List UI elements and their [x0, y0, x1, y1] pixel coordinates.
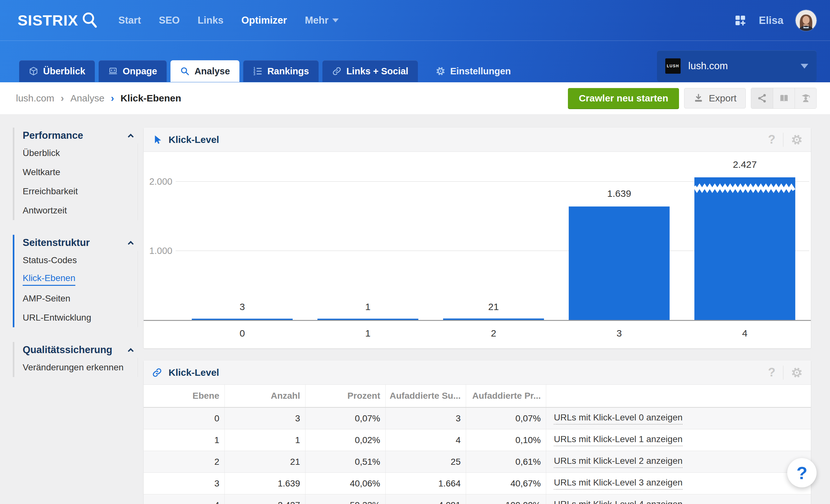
- data-cell: 4: [143, 495, 225, 504]
- sidebar-item-url-entwicklung[interactable]: URL-Entwicklung: [23, 308, 137, 327]
- download-icon: [693, 93, 704, 103]
- tab-label: Links + Social: [346, 66, 408, 76]
- sidebar-item-erreichbarkeit[interactable]: Erreichbarkeit: [23, 182, 137, 201]
- data-cell: 3: [386, 408, 466, 429]
- user-name[interactable]: Elisa: [759, 14, 784, 27]
- share-button[interactable]: [751, 88, 773, 108]
- bar-level-1[interactable]: [317, 319, 418, 320]
- nav-item-label: SEO: [159, 15, 180, 26]
- chart-panel-tools: ?: [768, 133, 802, 147]
- data-cell: 4.091: [386, 495, 466, 504]
- data-cell: 0,02%: [306, 429, 386, 451]
- url-link-cell: URLs mit Klick-Level 3 anzeigen: [546, 473, 811, 494]
- panel-settings-gear-icon[interactable]: [791, 134, 802, 145]
- bar-level-0[interactable]: [192, 319, 293, 320]
- data-cell: 2: [143, 451, 225, 472]
- tab-label: Rankings: [267, 66, 309, 76]
- y-axis-tick-label: 2.000: [149, 176, 172, 187]
- bar-break-zigzag: [694, 186, 794, 190]
- nav-item-links[interactable]: Links: [198, 15, 223, 26]
- sidebar-group-header-qualitätssicherung[interactable]: Qualitätssicherung: [23, 342, 138, 358]
- sidebar-item-label: Veränderungen erkennen: [23, 362, 124, 373]
- x-axis-category-label: 0: [240, 328, 245, 338]
- sidebar-item-label: Weltkarte: [23, 167, 60, 177]
- tab-links-social[interactable]: Links + Social: [322, 60, 418, 82]
- ranking-icon: 123: [253, 66, 262, 76]
- sidebar-item-label: AMP-Seiten: [23, 294, 70, 304]
- breadcrumb-analyse[interactable]: Analyse: [70, 93, 104, 104]
- chevron-up-icon: [128, 241, 133, 246]
- svg-text:3: 3: [253, 72, 255, 76]
- sidebar-item-status-codes[interactable]: Status-Codes: [23, 251, 137, 270]
- data-cell: 59,33%: [306, 495, 386, 504]
- sidebar-item-antwortzeit[interactable]: Antwortzeit: [23, 201, 137, 220]
- panel-settings-gear-icon[interactable]: [791, 367, 802, 378]
- domain-selector[interactable]: LUSH lush.com: [657, 51, 817, 82]
- laptop-icon: [108, 66, 118, 76]
- data-cell: 40,06%: [306, 473, 386, 494]
- breadcrumb-domain[interactable]: lush.com: [16, 93, 54, 104]
- restart-crawler-button[interactable]: Crawler neu starten: [568, 88, 679, 108]
- tab-onpage[interactable]: Onpage: [99, 60, 167, 82]
- nav-item-start[interactable]: Start: [119, 15, 141, 26]
- support-help-button[interactable]: ?: [787, 458, 817, 488]
- panel-help-icon[interactable]: ?: [768, 366, 775, 379]
- sidebar-group-header-performance[interactable]: Performance: [23, 128, 138, 143]
- cursor-icon: [152, 135, 162, 145]
- bar-level-3[interactable]: [569, 206, 670, 320]
- sidebar-group-header-seitenstruktur[interactable]: Seitenstruktur: [23, 235, 138, 251]
- page-actions: Crawler neu starten Export: [568, 88, 817, 109]
- panel-help-icon[interactable]: ?: [768, 133, 775, 146]
- sistrix-logo[interactable]: SISTRIX: [0, 11, 99, 29]
- data-cell: 4: [386, 429, 466, 451]
- sidebar-item-veränderungen-erkennen[interactable]: Veränderungen erkennen: [23, 358, 137, 377]
- nav-item-mehr[interactable]: Mehr: [305, 15, 339, 26]
- sidebar-item-überblick[interactable]: Überblick: [23, 143, 137, 163]
- show-urls-link[interactable]: URLs mit Klick-Level 0 anzeigen: [554, 412, 682, 425]
- sidebar-navigation: PerformanceÜberblickWeltkarteErreichbark…: [13, 128, 138, 392]
- sidebar-item-weltkarte[interactable]: Weltkarte: [23, 163, 137, 182]
- table-header-row: EbeneAnzahlProzentAufaddierte Su...Aufad…: [143, 385, 811, 408]
- user-avatar[interactable]: [796, 10, 817, 31]
- data-cell: 0,61%: [466, 451, 546, 472]
- data-cell: 3: [225, 408, 306, 429]
- bar-level-4[interactable]: [694, 177, 795, 320]
- book-icon: [779, 93, 789, 103]
- data-cell: 21: [225, 451, 306, 472]
- bar-level-2[interactable]: [443, 318, 544, 320]
- handbook-button[interactable]: [773, 88, 795, 108]
- table-row: 2210,51%250,61%URLs mit Klick-Level 2 an…: [143, 451, 811, 473]
- data-cell: 0,51%: [306, 451, 386, 472]
- tab-label: Onpage: [123, 66, 157, 76]
- nav-item-label: Start: [119, 15, 141, 26]
- show-urls-link[interactable]: URLs mit Klick-Level 3 anzeigen: [554, 477, 682, 490]
- show-urls-link[interactable]: URLs mit Klick-Level 2 anzeigen: [554, 456, 682, 468]
- bar-value-label: 2.427: [733, 159, 757, 170]
- tab-überblick[interactable]: Überblick: [19, 60, 95, 82]
- apps-grid-icon[interactable]: [734, 14, 747, 27]
- breadcrumb-separator: ›: [61, 93, 64, 104]
- table-panel-title: Klick-Level: [168, 367, 219, 378]
- nav-item-optimizer[interactable]: Optimizer: [241, 15, 287, 26]
- tutorial-button[interactable]: [795, 88, 816, 108]
- tab-einstellungen[interactable]: Einstellungen: [426, 60, 520, 82]
- tab-analyse[interactable]: Analyse: [170, 60, 240, 82]
- export-button[interactable]: Export: [684, 88, 746, 108]
- show-urls-link[interactable]: URLs mit Klick-Level 1 anzeigen: [554, 434, 682, 446]
- column-header: Anzahl: [225, 385, 306, 407]
- chevron-up-icon: [128, 348, 133, 354]
- magnifier-logo-icon: [81, 11, 99, 29]
- show-urls-link[interactable]: URLs mit Klick-Level 4 anzeigen: [554, 499, 682, 504]
- sidebar-item-klick-ebenen[interactable]: Klick-Ebenen: [23, 270, 137, 289]
- data-cell: 0: [143, 408, 225, 429]
- click-level-chart-panel: Klick-Level ? 1.0002.00030112121.63932.4…: [143, 128, 811, 348]
- url-link-cell: URLs mit Klick-Level 0 anzeigen: [546, 408, 811, 429]
- bar-value-label: 1: [365, 301, 371, 312]
- nav-item-seo[interactable]: SEO: [159, 15, 180, 26]
- sidebar-item-label: Status-Codes: [23, 255, 77, 265]
- export-label: Export: [709, 93, 736, 104]
- sidebar-item-label: Antwortzeit: [23, 205, 67, 215]
- sidebar-group-qualitätssicherung: QualitätssicherungVeränderungen erkennen: [13, 342, 138, 377]
- sidebar-item-amp-seiten[interactable]: AMP-Seiten: [23, 289, 137, 308]
- tab-rankings[interactable]: 123Rankings: [243, 60, 319, 82]
